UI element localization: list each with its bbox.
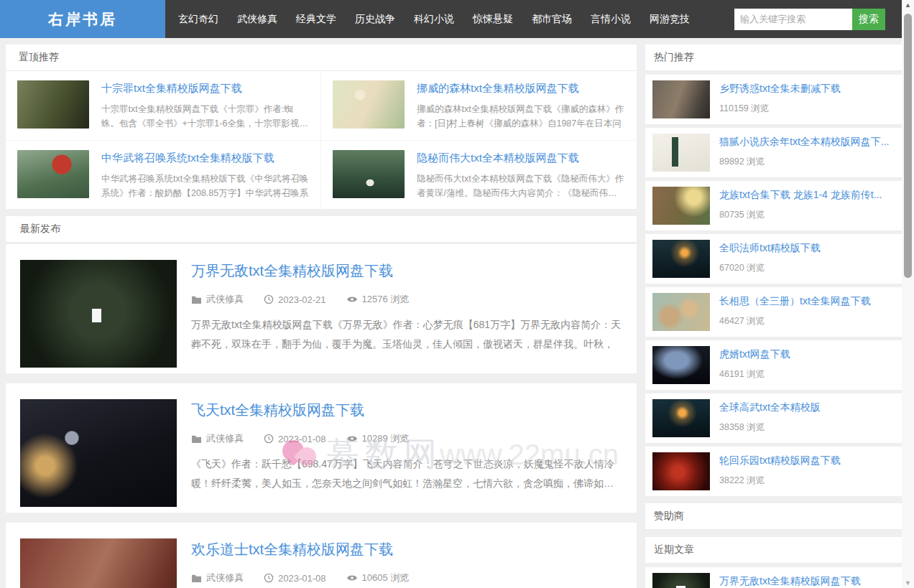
hot-item-thumbnail[interactable] <box>652 399 710 437</box>
hot-item-title[interactable]: 长相思（全三册）txt全集网盘下载 <box>719 295 897 308</box>
pinned-item-desc: 中华武将召唤系统txt全集精校版下载《中华武将召唤系统》作者：酸奶酪【208.8… <box>101 172 309 201</box>
hot-item-views: 89892 浏览 <box>719 156 897 168</box>
hot-item-views: 67020 浏览 <box>719 262 897 274</box>
article-date-label: 2023-02-21 <box>278 294 326 305</box>
hot-item-thumbnail[interactable] <box>652 346 710 384</box>
hot-section-title: 热门推荐 <box>645 45 904 71</box>
recent-section-title: 近期文章 <box>645 537 904 564</box>
pinned-item-title[interactable]: 中华武将召唤系统txt全集精校版下载 <box>101 151 309 165</box>
eye-icon <box>346 574 358 582</box>
nav-item-thriller[interactable]: 惊悚悬疑 <box>463 0 522 38</box>
recent-item-thumbnail[interactable] <box>652 573 710 588</box>
pinned-item: 中华武将召唤系统txt全集精校版下载 中华武将召唤系统txt全集精校版下载《中华… <box>6 141 321 210</box>
hot-item-thumbnail[interactable] <box>652 240 710 278</box>
article-title[interactable]: 万界无敌txt全集精校版网盘下载 <box>191 261 622 281</box>
hot-item-title[interactable]: 猫腻小说庆余年txt全本精校版网盘下... <box>719 136 897 149</box>
scrollbar-thumb[interactable] <box>904 14 912 278</box>
hot-item-thumbnail[interactable] <box>652 452 710 490</box>
article-category-label: 武侠修真 <box>206 293 244 306</box>
hot-item: 龙族txt合集下载 龙族1-4 龙族前传t... 80735 浏览 <box>645 181 904 230</box>
pinned-item: 挪威的森林txt全集精校版网盘下载 挪威的森林txt全集精校版网盘下载《挪威的森… <box>321 71 637 141</box>
pinned-item-title[interactable]: 挪威的森林txt全集精校版网盘下载 <box>417 82 625 95</box>
hot-item: 全职法师txt精校版下载 67020 浏览 <box>645 234 904 284</box>
article-item: 万界无敌txt全集精校版网盘下载 武侠修真 2023-02-21 12576 浏… <box>6 244 637 373</box>
pinned-item: 十宗罪txt全集精校版网盘下载 十宗罪txt全集精校版网盘下载《十宗罪》作者:蜘… <box>6 71 321 141</box>
hot-item: 乡野诱惑txt全集未删减下载 110159 浏览 <box>645 75 904 124</box>
scrollbar[interactable]: ▲ ▼ <box>902 0 914 588</box>
hot-item-thumbnail[interactable] <box>652 293 710 331</box>
hot-item-title[interactable]: 乡野诱惑txt全集未删减下载 <box>719 83 897 95</box>
hot-item-views: 80735 浏览 <box>719 209 897 221</box>
nav-item-scifi[interactable]: 科幻小说 <box>405 0 463 38</box>
article-views: 10289 浏览 <box>346 432 410 445</box>
article-date: 2023-01-08 <box>264 434 326 444</box>
folder-icon <box>191 434 202 444</box>
hot-item-title[interactable]: 龙族txt合集下载 龙族1-4 龙族前传t... <box>719 189 897 202</box>
nav-item-gaming[interactable]: 网游竞技 <box>640 0 699 38</box>
hot-item-thumbnail[interactable] <box>652 80 710 118</box>
folder-icon <box>191 295 202 304</box>
pinned-thumbnail[interactable] <box>333 150 405 198</box>
hot-item-title[interactable]: 全职法师txt精校版下载 <box>719 242 897 255</box>
pinned-item-title[interactable]: 隐秘而伟大txt全本精校版网盘下载 <box>417 151 625 165</box>
pinned-item-desc: 十宗罪txt全集精校版网盘下载《十宗罪》作者:蜘蛛。包含《罪全书》+十宗罪1-6… <box>101 102 309 131</box>
article-meta: 武侠修真 2023-01-08 10289 浏览 <box>191 432 622 445</box>
article-thumbnail[interactable] <box>20 260 177 368</box>
nav-item-romance[interactable]: 言情小说 <box>581 0 640 38</box>
nav-item-wuxia[interactable]: 武侠修真 <box>228 0 287 38</box>
nav-item-fantasy[interactable]: 玄幻奇幻 <box>169 0 228 38</box>
pinned-thumbnail[interactable] <box>333 80 405 129</box>
search-button[interactable]: 搜索 <box>852 9 885 30</box>
article-desc: 万界无敌txt全集精校版网盘下载《万界无敌》作者：心梦无痕【681万字】万界无敌… <box>191 315 622 355</box>
clock-icon <box>264 434 274 444</box>
hot-item: 轮回乐园txt精校版网盘下载 38222 浏览 <box>645 447 904 496</box>
article-category-label: 武侠修真 <box>206 432 244 445</box>
article-item: 飞天txt全集精校版网盘下载 武侠修真 2023-01-08 10289 浏览 … <box>6 383 637 513</box>
sidebar: 热门推荐 乡野诱惑txt全集未删减下载 110159 浏览 猫腻小说庆余年txt… <box>645 45 904 588</box>
eye-icon <box>346 295 358 304</box>
hot-item: 虎婿txt网盘下载 46191 浏览 <box>645 340 904 390</box>
hot-item-thumbnail[interactable] <box>652 134 710 172</box>
main-nav: 玄幻奇幻 武侠修真 经典文学 历史战争 科幻小说 惊悚悬疑 都市官场 言情小说 … <box>169 0 699 38</box>
clock-icon <box>264 573 274 583</box>
article-meta: 武侠修真 2023-02-21 12576 浏览 <box>191 293 622 306</box>
scroll-up-icon[interactable]: ▲ <box>902 1 914 9</box>
scroll-down-icon[interactable]: ▼ <box>902 579 914 587</box>
recent-item: 万界无敌txt全集精校版网盘下载 12576 浏览 <box>645 567 904 588</box>
nav-item-history[interactable]: 历史战争 <box>346 0 405 38</box>
pinned-item-desc: 隐秘而伟大txt全本精校版网盘下载《隐秘而伟大》作者黄琛/蒲维。隐秘而伟大内容简… <box>417 172 625 201</box>
article-meta: 武侠修真 2023-01-08 10605 浏览 <box>191 571 622 584</box>
hot-item-views: 38358 浏览 <box>719 421 897 434</box>
article-item: 欢乐道士txt全集精校版网盘下载 武侠修真 2023-01-08 10605 浏… <box>6 523 637 588</box>
pinned-item: 隐秘而伟大txt全本精校版网盘下载 隐秘而伟大txt全本精校版网盘下载《隐秘而伟… <box>321 141 637 210</box>
hot-item-views: 110159 浏览 <box>719 103 897 115</box>
site-logo[interactable]: 右岸书居 <box>0 0 165 38</box>
article-thumbnail[interactable] <box>20 538 177 588</box>
article-thumbnail[interactable] <box>20 399 177 507</box>
pinned-section: 置顶推荐 十宗罪txt全集精校版网盘下载 十宗罪txt全集精校版网盘下载《十宗罪… <box>6 45 637 209</box>
article-date: 2023-01-08 <box>264 573 326 584</box>
hot-item: 猫腻小说庆余年txt全本精校版网盘下... 89892 浏览 <box>645 128 904 177</box>
nav-item-classic[interactable]: 经典文学 <box>287 0 346 38</box>
pinned-item-title[interactable]: 十宗罪txt全集精校版网盘下载 <box>101 82 309 95</box>
pinned-thumbnail[interactable] <box>17 150 89 198</box>
article-views: 12576 浏览 <box>346 293 410 306</box>
article-date: 2023-02-21 <box>264 294 326 305</box>
sponsor-section-title: 赞助商 <box>645 503 904 530</box>
article-title[interactable]: 欢乐道士txt全集精校版网盘下载 <box>191 540 622 559</box>
pinned-grid: 十宗罪txt全集精校版网盘下载 十宗罪txt全集精校版网盘下载《十宗罪》作者:蜘… <box>6 71 637 209</box>
recent-item-title[interactable]: 万界无敌txt全集精校版网盘下载 <box>719 575 897 588</box>
search-bar: 搜索 <box>734 9 885 30</box>
hot-item-title[interactable]: 轮回乐园txt精校版网盘下载 <box>719 454 897 467</box>
hot-item-views: 38222 浏览 <box>719 475 897 487</box>
search-input[interactable] <box>734 9 852 30</box>
hot-item-title[interactable]: 全球高武txt全本精校版 <box>719 401 897 414</box>
pinned-thumbnail[interactable] <box>17 80 89 129</box>
article-desc: 《飞天》作者：跃千愁【698.47万字】飞天内容简介：苍穹之下世态炎凉，妖魔鬼怪… <box>191 454 622 494</box>
hot-item-thumbnail[interactable] <box>652 187 710 225</box>
hot-item-title[interactable]: 虎婿txt网盘下载 <box>719 348 897 361</box>
article-title[interactable]: 飞天txt全集精校版网盘下载 <box>191 401 622 420</box>
hot-item: 全球高武txt全本精校版 38358 浏览 <box>645 393 904 443</box>
eye-icon <box>346 434 358 443</box>
nav-item-urban[interactable]: 都市官场 <box>522 0 581 38</box>
